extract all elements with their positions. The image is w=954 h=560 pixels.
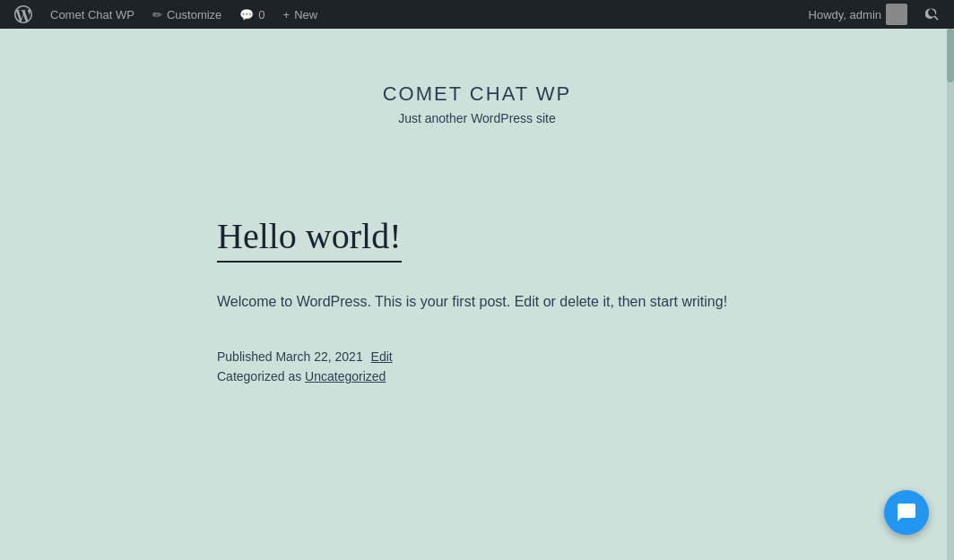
comments-link[interactable]: 💬 0: [230, 0, 273, 29]
wordpress-icon: [14, 5, 32, 23]
search-button[interactable]: [916, 0, 949, 29]
site-content: COMET CHAT WP Just another WordPress sit…: [0, 29, 954, 560]
edit-link[interactable]: Edit: [371, 349, 393, 364]
chat-icon: [896, 502, 917, 523]
site-header: COMET CHAT WP Just another WordPress sit…: [0, 29, 954, 161]
site-name-link[interactable]: Comet Chat WP: [41, 0, 143, 29]
wp-logo-link[interactable]: [5, 0, 41, 29]
post-title-link[interactable]: Hello world!: [217, 215, 402, 263]
comments-count: 0: [258, 8, 265, 22]
post-article: Hello world! Welcome to WordPress. This …: [199, 215, 755, 383]
published-label: Published: [217, 349, 273, 364]
admin-bar-right: Howdy, admin: [800, 0, 949, 29]
plus-icon: +: [283, 8, 291, 22]
scrollbar[interactable]: [947, 29, 954, 560]
search-icon: [925, 7, 940, 22]
howdy-text: Howdy, admin: [809, 8, 881, 22]
post-meta-category: Categorized as Uncategorized: [217, 369, 737, 383]
site-tagline: Just another WordPress site: [18, 111, 936, 125]
post-meta: Published March 22, 2021 Edit: [217, 349, 737, 364]
category-link[interactable]: Uncategorized: [305, 369, 386, 383]
new-link[interactable]: + New: [274, 0, 327, 29]
admin-avatar: [886, 4, 907, 25]
customize-icon: ✏: [152, 8, 162, 22]
chat-button[interactable]: [884, 490, 929, 535]
comment-icon: 💬: [239, 8, 254, 22]
post-content: Welcome to WordPress. This is your first…: [217, 289, 737, 314]
howdy-link[interactable]: Howdy, admin: [800, 0, 916, 29]
site-title: COMET CHAT WP: [18, 82, 936, 106]
published-date: March 22, 2021: [275, 349, 362, 364]
customize-label: Customize: [167, 8, 221, 22]
categorized-label: Categorized as: [217, 369, 301, 383]
site-name-label: Comet Chat WP: [50, 8, 134, 22]
customize-link[interactable]: ✏ Customize: [143, 0, 230, 29]
admin-bar: Comet Chat WP ✏ Customize 💬 0 + New Howd…: [0, 0, 954, 29]
new-label: New: [294, 8, 317, 22]
scrollbar-thumb: [947, 29, 954, 82]
